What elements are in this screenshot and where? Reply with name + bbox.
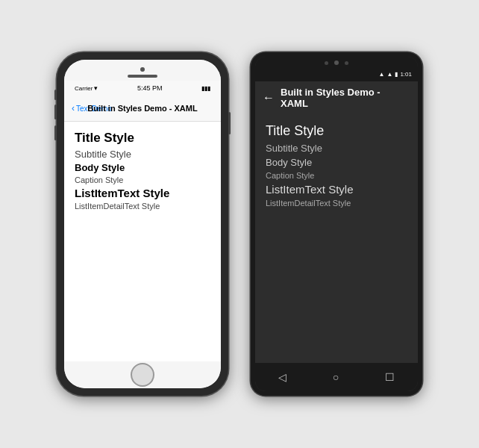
android-time: 1:01 — [400, 71, 412, 78]
android-device: ▲ ▲ ▮ 1:01 ← Built in Styles Demo - XAML… — [251, 52, 422, 396]
ios-time: 5:45 PM — [137, 84, 163, 92]
ios-home-bar — [64, 361, 221, 388]
ios-content: Title Style Subtitle Style Body Style Ca… — [64, 122, 221, 361]
ios-nav-bar: ‹ Text Demo Built in Styles Demo - XAML — [72, 96, 213, 121]
android-style-caption: Caption Style — [266, 171, 407, 180]
android-style-listitem: ListItemText Style — [266, 183, 407, 196]
android-content: Title Style Subtitle Style Body Style Ca… — [255, 114, 418, 363]
android-back-button[interactable]: ← — [263, 91, 275, 105]
ios-battery: ▮▮▮ — [201, 85, 210, 92]
ios-top-bar: Carrier ▾ 5:45 PM ▮▮▮ ‹ Text Demo Built … — [64, 81, 221, 122]
ios-speaker — [128, 75, 157, 78]
ios-style-listdetail: ListItemDetailText Style — [75, 202, 210, 211]
ios-style-caption: Caption Style — [75, 175, 210, 184]
android-speaker — [325, 61, 328, 65]
ios-style-body: Body Style — [75, 162, 210, 173]
ios-device: Carrier ▾ 5:45 PM ▮▮▮ ‹ Text Demo Built … — [57, 52, 228, 396]
ios-style-title: Title Style — [75, 131, 210, 146]
ios-style-listitem: ListItemText Style — [75, 187, 210, 199]
ios-vol-down — [54, 125, 57, 140]
ios-screen: Carrier ▾ 5:45 PM ▮▮▮ ‹ Text Demo Built … — [64, 60, 221, 388]
android-style-title: Title Style — [266, 123, 407, 139]
ios-status-bar: Carrier ▾ 5:45 PM ▮▮▮ — [72, 81, 213, 96]
android-home-button[interactable]: ○ — [333, 371, 339, 383]
ios-silent-switch — [54, 90, 57, 100]
android-nav-bar: ◁ ○ ☐ — [255, 363, 418, 391]
android-camera-area — [255, 57, 418, 66]
ios-nav-title: Built in Styles Demo - XAML — [87, 104, 197, 113]
ios-style-subtitle: Subtitle Style — [75, 149, 210, 160]
ios-power-button — [228, 112, 231, 134]
android-battery-icon: ▮ — [395, 71, 398, 78]
android-screen: ▲ ▲ ▮ 1:01 ← Built in Styles Demo - XAML… — [255, 57, 418, 391]
android-back-nav-button[interactable]: ◁ — [278, 371, 287, 383]
ios-back-chevron-icon: ‹ — [72, 104, 75, 113]
android-status-icons: ▲ ▲ ▮ 1:01 — [379, 71, 412, 78]
android-recents-button[interactable]: ☐ — [385, 371, 395, 383]
ios-home-button[interactable] — [131, 363, 154, 387]
android-speaker2 — [345, 61, 348, 65]
android-toolbar: ← Built in Styles Demo - XAML — [255, 81, 418, 114]
ios-camera — [140, 67, 145, 72]
android-wifi-icon: ▲ — [379, 71, 385, 78]
android-signal-icon: ▲ — [387, 71, 393, 78]
ios-wifi-icon: ▾ — [94, 84, 98, 92]
ios-vol-up — [54, 105, 57, 119]
ios-carrier: Carrier ▾ — [75, 84, 98, 92]
android-toolbar-title: Built in Styles Demo - XAML — [281, 87, 410, 109]
android-style-listdetail: ListItemDetailText Style — [266, 199, 407, 208]
android-status-bar: ▲ ▲ ▮ 1:01 — [255, 66, 418, 81]
android-style-subtitle: Subtitle Style — [266, 143, 407, 154]
android-camera — [334, 60, 339, 65]
android-style-body: Body Style — [266, 157, 407, 168]
